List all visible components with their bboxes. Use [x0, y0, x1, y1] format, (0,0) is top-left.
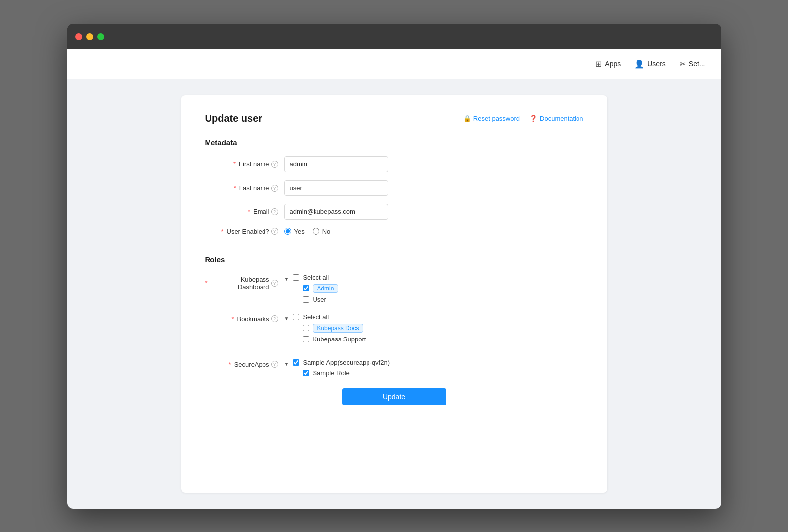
bookmarks-label: * Bookmarks ?	[205, 313, 284, 323]
apps-label: Apps	[605, 60, 621, 68]
topbar: ⊞ Apps 👤 Users ✂ Set...	[67, 49, 721, 79]
admin-role-row: Admin	[303, 284, 338, 293]
select-all-dashboard-checkbox[interactable]	[293, 274, 299, 281]
collapse-arrow-dashboard[interactable]: ▼	[284, 276, 289, 282]
traffic-lights	[75, 33, 104, 40]
user-role-row: User	[303, 296, 338, 303]
required-star: *	[221, 228, 223, 235]
kubepass-support-label: Kubepass Support	[313, 336, 366, 343]
kubepass-docs-label: Kubepass Docs	[313, 324, 363, 333]
sample-role-row: Sample Role	[303, 369, 390, 377]
user-enabled-label: * User Enabled? ?	[205, 228, 284, 235]
kubepass-support-checkbox[interactable]	[303, 336, 309, 342]
select-all-bookmarks-label: Select all	[303, 313, 329, 321]
sample-app-label: Sample App(secureapp-qvf2n)	[303, 359, 390, 366]
email-help-icon[interactable]: ?	[271, 208, 278, 215]
minimize-button[interactable]	[86, 33, 93, 40]
settings-icon: ✂	[680, 59, 686, 69]
topbar-nav: ⊞ Apps 👤 Users ✂ Set...	[595, 59, 705, 69]
documentation-link[interactable]: ❓ Documentation	[529, 115, 583, 122]
kubepass-docs-checkbox[interactable]	[303, 325, 309, 331]
select-all-dashboard-label: Select all	[303, 274, 329, 281]
user-enabled-row: * User Enabled? ? Yes No	[205, 228, 583, 235]
titlebar	[67, 24, 721, 49]
bookmarks-help-icon[interactable]: ?	[271, 315, 278, 322]
required-star: *	[233, 160, 236, 168]
nav-users[interactable]: 👤 Users	[634, 59, 666, 69]
first-name-input[interactable]	[284, 156, 388, 172]
sample-app-checkbox[interactable]	[293, 359, 299, 366]
form-card: Update user 🔒 Reset password ❓ Documenta…	[181, 95, 607, 493]
app-area: ⊞ Apps 👤 Users ✂ Set... Update user	[67, 49, 721, 509]
content-area: Update user 🔒 Reset password ❓ Documenta…	[67, 79, 721, 509]
required-star: *	[248, 208, 250, 215]
nav-apps[interactable]: ⊞ Apps	[595, 59, 621, 69]
page-title: Update user	[205, 113, 263, 124]
first-name-label: * First name ?	[205, 160, 284, 168]
reset-password-label: Reset password	[473, 115, 520, 122]
section-divider	[205, 245, 583, 245]
kubepass-dashboard-content: ▼ Select all Admin	[284, 274, 339, 303]
secureapps-row: * SecureApps ? ▼ Sample App(secureapp-qv…	[205, 359, 583, 377]
bookmarks-checkboxes: Select all Kubepass Docs Kubepass Suppor…	[293, 313, 366, 343]
required-star: *	[229, 361, 231, 368]
email-input[interactable]	[284, 204, 388, 220]
sample-role-label: Sample Role	[313, 369, 349, 377]
secureapps-help-icon[interactable]: ?	[271, 361, 278, 368]
required-star: *	[205, 279, 208, 287]
form-header-actions: 🔒 Reset password ❓ Documentation	[463, 115, 583, 122]
metadata-section-title: Metadata	[205, 138, 583, 146]
kubepass-dashboard-label: * Kubepass Dashboard ?	[205, 274, 284, 290]
yes-radio[interactable]	[284, 228, 291, 235]
close-button[interactable]	[75, 33, 82, 40]
bookmarks-row: * Bookmarks ? ▼ Select all	[205, 313, 583, 343]
no-radio-label[interactable]: No	[313, 228, 331, 235]
sample-role-checkbox[interactable]	[303, 370, 309, 376]
select-all-dashboard-row: Select all	[293, 274, 338, 281]
admin-role-checkbox[interactable]	[303, 285, 309, 291]
roles-section-title: Roles	[205, 255, 583, 264]
users-icon: 👤	[634, 59, 644, 69]
maximize-button[interactable]	[97, 33, 104, 40]
select-all-bookmarks-checkbox[interactable]	[293, 314, 299, 320]
no-radio[interactable]	[313, 228, 319, 235]
required-star: *	[234, 184, 236, 192]
kubepass-dashboard-checkboxes: Select all Admin User	[293, 274, 338, 303]
doc-icon: ❓	[529, 115, 537, 122]
sample-app-row: Sample App(secureapp-qvf2n)	[293, 359, 390, 366]
kubepass-support-row: Kubepass Support	[303, 336, 366, 343]
collapse-arrow-secureapps[interactable]: ▼	[284, 361, 289, 367]
kubepass-dashboard-row: * Kubepass Dashboard ? ▼ Select all	[205, 274, 583, 303]
apps-icon: ⊞	[595, 59, 602, 69]
main-window: ⊞ Apps 👤 Users ✂ Set... Update user	[67, 24, 721, 509]
first-name-row: * First name ?	[205, 156, 583, 172]
yes-label: Yes	[294, 228, 305, 235]
last-name-label: * Last name ?	[205, 184, 284, 192]
form-header: Update user 🔒 Reset password ❓ Documenta…	[205, 113, 583, 124]
email-label: * Email ?	[205, 208, 284, 215]
secureapps-content: ▼ Sample App(secureapp-qvf2n) Sample Rol…	[284, 359, 390, 377]
first-name-help-icon[interactable]: ?	[271, 161, 278, 168]
user-enabled-radio-group: Yes No	[284, 228, 331, 235]
secureapps-label: * SecureApps ?	[205, 359, 284, 368]
secureapps-checkboxes: Sample App(secureapp-qvf2n) Sample Role	[293, 359, 390, 377]
update-button[interactable]: Update	[342, 388, 446, 405]
required-star: *	[231, 315, 234, 323]
yes-radio-label[interactable]: Yes	[284, 228, 305, 235]
admin-role-label: Admin	[313, 284, 338, 293]
users-label: Users	[647, 60, 666, 68]
email-row: * Email ?	[205, 204, 583, 220]
kubepass-dashboard-help-icon[interactable]: ?	[271, 280, 278, 287]
last-name-input[interactable]	[284, 180, 388, 196]
last-name-row: * Last name ?	[205, 180, 583, 196]
reset-password-link[interactable]: 🔒 Reset password	[463, 115, 520, 122]
user-role-checkbox[interactable]	[303, 296, 309, 303]
last-name-help-icon[interactable]: ?	[271, 185, 278, 192]
collapse-arrow-bookmarks[interactable]: ▼	[284, 316, 289, 321]
user-enabled-help-icon[interactable]: ?	[271, 228, 278, 235]
user-role-label: User	[313, 296, 326, 303]
nav-settings[interactable]: ✂ Set...	[680, 59, 705, 69]
settings-label: Set...	[689, 60, 705, 68]
documentation-label: Documentation	[540, 115, 583, 122]
kubepass-docs-row: Kubepass Docs	[303, 324, 366, 333]
